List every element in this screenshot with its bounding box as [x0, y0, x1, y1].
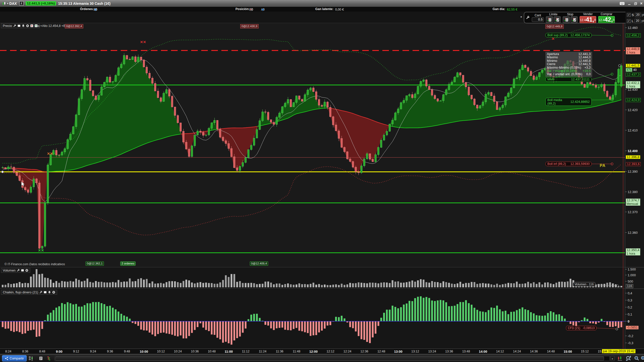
bell-icon[interactable]	[22, 24, 25, 27]
indicator-label-boll[interactable]: Boll sup (89,2)12.456,17374	[545, 33, 592, 37]
badge-value: 12.441,5	[627, 64, 639, 67]
chaikin-tick: -0,2	[628, 334, 633, 338]
stop-pts-input[interactable]: 20	[635, 13, 641, 17]
time-label: 8:36	[22, 350, 28, 353]
notes-button[interactable]	[38, 355, 44, 361]
price-axis-badge: 12.432,11 hora	[626, 81, 640, 88]
indicator-label-boll[interactable]: Boll inf (89,2)12.393,59930	[545, 162, 592, 166]
time-label: 14:36	[530, 350, 538, 353]
tooltip-row-value: 12.440,8	[578, 59, 591, 63]
wrench-icon[interactable]	[17, 269, 20, 272]
tooltip-row-label: Apertura	[547, 53, 559, 56]
time-label: 9:00	[56, 350, 62, 353]
bell-icon[interactable]	[48, 291, 51, 294]
ordenes-label: Órdenes: 0 / 0	[80, 7, 94, 11]
indicator-label-boll[interactable]: Boll media (89,2)12.424,88652	[545, 98, 592, 106]
close-icon[interactable]: ×	[640, 1, 642, 6]
close-circle-icon[interactable]	[52, 291, 55, 294]
tooltip-row-label: Mínimo	[547, 59, 557, 63]
price-axis-badge: 12.424,9	[626, 98, 641, 102]
arrow-down-box-icon[interactable]	[30, 24, 33, 27]
stop-order-book-button[interactable]	[563, 16, 570, 23]
limit-pts-input[interactable]: 20	[634, 19, 640, 23]
posicion-label: Posición: 0 / 0	[235, 7, 250, 11]
info-icon[interactable]: i	[19, 1, 24, 6]
scrollbar-thumb[interactable]	[55, 356, 604, 360]
chart-scrollbar[interactable]	[54, 356, 610, 361]
tooltip-row: Var. / unidad ant. (0,00%)0,0	[547, 73, 591, 76]
cfd-float-label: CFD (21)-0,08513	[566, 326, 596, 330]
tooltip-row-value: +19,5	[583, 69, 591, 73]
zoom-fit-button[interactable]	[625, 355, 631, 361]
quantity-input[interactable]: 0.5	[532, 17, 544, 22]
limit-order-book-button[interactable]	[546, 16, 553, 23]
stop-limit-checkboxes: ✓ S 20 pts ✓ L 20 pts	[627, 12, 644, 24]
indicator-name: Boll media (89,2)	[547, 98, 571, 105]
order-entry-panel: Cant 0.5 Límite Stop Vender 12.441,0 Com…	[524, 12, 625, 23]
window-icon[interactable]	[17, 24, 21, 27]
tooltip-row: Cierre12.441,5	[547, 63, 591, 66]
minimize-icon[interactable]	[628, 2, 631, 5]
tooltip-row-label: Máximo	[547, 56, 558, 59]
share-button[interactable]: Compartir	[2, 355, 27, 361]
buy-button[interactable]: 12.442,0	[598, 16, 615, 23]
symbol-dropdown-caret-icon[interactable]: ▾	[7, 2, 8, 5]
order-tag[interactable]: 0@12.392,4	[65, 24, 83, 28]
order-tag[interactable]: 0@12.430,9	[240, 24, 259, 28]
time-label: 9:12	[73, 350, 79, 353]
indicator-label-mm9[interactable]: MM912.437,31111	[545, 77, 592, 82]
tooltip-row-value: 12.441,3	[578, 53, 591, 56]
indicator-name: Boll sup (89,2)	[547, 33, 568, 37]
price-axis-badge: 12.396,8	[626, 155, 640, 159]
limit-checkbox[interactable]: ✓	[627, 19, 631, 23]
chaikin-tick: 0,2	[628, 305, 632, 309]
indicator-value: 12.437,31111	[571, 78, 590, 81]
window-icon[interactable]	[44, 291, 47, 294]
close-circle-icon[interactable]	[26, 24, 29, 27]
last-price-badge: 12.441,5 (+0,16%)	[26, 1, 56, 6]
wrench-icon[interactable]	[13, 24, 16, 27]
order-tag[interactable]: 0@12.362,1	[86, 261, 104, 266]
stop-order-edit-button[interactable]	[571, 16, 578, 23]
window-icon[interactable]	[21, 269, 24, 272]
limit-orders-column: Límite	[546, 13, 561, 23]
time-label: 12:48	[377, 350, 385, 353]
order-doc-icon	[547, 17, 552, 22]
chaikin-pane-header: Chaikin, flujo dinero (21)	[1, 290, 57, 295]
volume-tick: 500	[628, 280, 633, 283]
limit-order-edit-button[interactable]	[554, 16, 561, 23]
order-tag[interactable]: 0@12.409,4	[250, 261, 268, 266]
gan-latente: Gan latente: 0,00 €	[315, 7, 335, 11]
time-label: 8:24	[5, 350, 11, 353]
time-label: 10:00	[140, 350, 148, 353]
order-tag[interactable]: 2 ordenes	[120, 261, 136, 266]
tooltip-row-label: Cierre	[547, 63, 555, 66]
time-label: 13:36	[445, 350, 453, 353]
restore-icon[interactable]	[634, 2, 637, 5]
wrench-icon[interactable]	[39, 291, 43, 294]
order-tag[interactable]: 0@12.449,8	[545, 24, 564, 29]
candle-display-toggle[interactable]	[28, 355, 34, 361]
symbol-name[interactable]: DAX	[9, 2, 17, 6]
time-label: 15:12	[581, 350, 589, 353]
pa-annotation: PA	[600, 163, 606, 168]
order-settings-wrench-icon[interactable]	[526, 16, 530, 20]
current-date-badge: jue 19-sep-2019 15:42	[602, 349, 635, 353]
zoom-in-button[interactable]	[640, 355, 644, 361]
orders-settings-gear-icon[interactable]	[94, 8, 97, 12]
zoom-out-button[interactable]	[633, 355, 639, 361]
close-circle-icon[interactable]	[25, 269, 28, 272]
order-panel-collapse-arrow[interactable]: ▸	[521, 15, 522, 18]
price-pane-header: Precio	[1, 23, 39, 28]
scroll-right-button[interactable]: ▸	[610, 356, 615, 361]
depth-ladder-button[interactable]	[46, 355, 52, 361]
position-settings-gear-icon[interactable]	[261, 8, 265, 12]
indicator-value: 12.424,88652	[571, 100, 590, 104]
badge-value: 12.448,9	[627, 47, 639, 51]
keyboard-icon[interactable]	[620, 1, 625, 6]
badge-value: 12.393,6	[627, 162, 640, 166]
badge-sub: 1 hora	[627, 252, 639, 255]
stop-checkbox[interactable]: ✓	[627, 13, 631, 17]
candle-edit-button[interactable]	[617, 355, 623, 361]
sell-button[interactable]: 12.441,0	[580, 16, 596, 23]
